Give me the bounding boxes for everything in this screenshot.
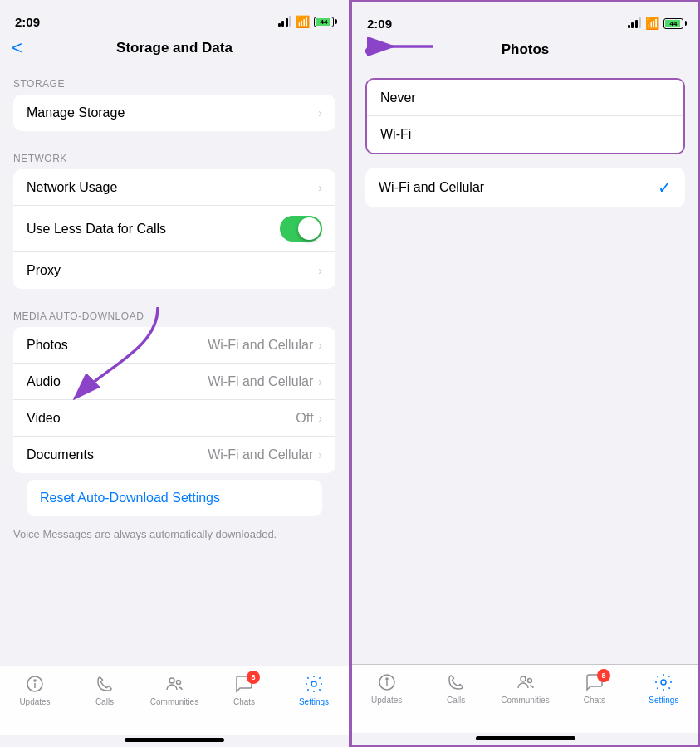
settings-icon-right: [653, 671, 674, 693]
video-value: Off: [296, 411, 313, 426]
toggle-knob: [298, 217, 321, 240]
home-indicator-left: [125, 738, 224, 742]
svg-point-13: [661, 680, 666, 685]
tab-label-settings-right: Settings: [649, 696, 678, 705]
tab-settings-left[interactable]: Settings: [279, 673, 349, 706]
tab-communities-left[interactable]: Communities: [140, 673, 209, 706]
tab-communities-right[interactable]: Communities: [491, 671, 560, 705]
tab-label-settings-left: Settings: [299, 697, 329, 706]
wifi-icon-right: 📶: [645, 17, 659, 30]
status-icons-left: 📶 44: [278, 15, 335, 28]
proxy-label: Proxy: [27, 263, 318, 278]
section-header-media: MEDIA AUTO-DOWNLOAD: [0, 295, 349, 327]
video-chevron: ›: [318, 412, 322, 425]
settings-icon-left: [303, 673, 325, 695]
use-less-data-row[interactable]: Use Less Data for Calls: [13, 206, 335, 252]
audio-chevron: ›: [318, 375, 322, 388]
tab-bar-left: Updates Calls Communities: [0, 666, 349, 735]
svg-point-4: [169, 678, 174, 683]
content-right: Never Wi-Fi Wi-Fi and Cellular ✓: [352, 65, 698, 664]
network-usage-label: Network Usage: [27, 180, 318, 195]
network-usage-chevron: ›: [318, 181, 322, 194]
documents-row[interactable]: Documents Wi-Fi and Cellular ›: [13, 437, 335, 473]
signal-icon-right: [628, 18, 642, 28]
status-icons-right: 📶 44: [628, 17, 684, 30]
option-wifi-row[interactable]: Wi-Fi: [367, 116, 683, 153]
documents-chevron: ›: [318, 448, 322, 461]
page-title-right: Photos: [502, 42, 550, 58]
chats-icon-left: 8: [233, 673, 255, 695]
updates-icon-right: [376, 671, 398, 693]
proxy-row[interactable]: Proxy ›: [13, 252, 335, 289]
status-time-left: 2:09: [15, 15, 40, 29]
documents-label: Documents: [27, 447, 208, 462]
audio-value: Wi-Fi and Cellular: [208, 374, 313, 389]
updates-icon-left: [24, 673, 46, 695]
svg-point-2: [34, 680, 36, 681]
content-left: STORAGE Manage Storage › NETWORK Network…: [0, 63, 349, 666]
communities-icon-left: [164, 673, 185, 695]
back-button-right[interactable]: ‹: [364, 37, 371, 63]
tab-updates-right[interactable]: Updates: [352, 671, 421, 705]
svg-point-12: [527, 679, 531, 683]
use-less-data-label: Use Less Data for Calls: [27, 222, 280, 237]
checkmark-icon: ✓: [658, 178, 672, 198]
network-usage-row[interactable]: Network Usage ›: [13, 169, 335, 206]
tab-chats-left[interactable]: 8 Chats: [209, 673, 279, 706]
tab-calls-left[interactable]: Calls: [70, 673, 140, 706]
svg-point-9: [386, 678, 388, 680]
tab-label-calls-right: Calls: [447, 696, 465, 705]
nav-header-right: ‹ Photos: [352, 38, 698, 65]
home-indicator-right: [476, 736, 575, 740]
chats-icon-right: 8: [584, 671, 605, 693]
reset-group: Reset Auto-Download Settings: [27, 480, 322, 516]
section-header-storage: STORAGE: [0, 63, 349, 95]
calls-icon-left: [94, 673, 115, 695]
tab-label-communities-left: Communities: [150, 697, 198, 706]
option-wifi-cellular-row[interactable]: Wi-Fi and Cellular ✓: [365, 168, 685, 208]
svg-point-6: [311, 681, 316, 686]
page-title-left: Storage and Data: [116, 40, 233, 56]
option-wifi-label: Wi-Fi: [380, 127, 670, 142]
tab-updates-left[interactable]: Updates: [0, 673, 70, 706]
left-phone-panel: 2:09 📶 44 < Storage and Data STORAGE Man…: [0, 0, 350, 747]
documents-value: Wi-Fi and Cellular: [208, 447, 313, 462]
photos-value: Wi-Fi and Cellular: [208, 338, 313, 353]
svg-point-5: [177, 681, 181, 685]
status-time-right: 2:09: [367, 17, 392, 31]
calls-icon-right: [445, 671, 467, 693]
tab-chats-right[interactable]: 8 Chats: [560, 671, 629, 705]
settings-group-storage: Manage Storage ›: [13, 95, 335, 131]
chats-badge-left: 8: [247, 671, 260, 684]
option-never-row[interactable]: Never: [367, 80, 683, 116]
photos-options-group: Never Wi-Fi: [365, 78, 685, 154]
tab-settings-right[interactable]: Settings: [629, 671, 698, 705]
reset-link-label: Reset Auto-Download Settings: [40, 491, 309, 505]
manage-storage-label: Manage Storage: [27, 105, 318, 120]
manage-storage-chevron: ›: [318, 106, 322, 120]
status-bar-left: 2:09 📶 44: [0, 0, 349, 37]
tab-label-chats-right: Chats: [584, 696, 605, 705]
proxy-chevron: ›: [318, 264, 322, 277]
settings-group-network: Network Usage › Use Less Data for Calls …: [13, 169, 335, 289]
nav-header-left: < Storage and Data: [0, 37, 349, 63]
section-header-network: NETWORK: [0, 138, 349, 169]
video-row[interactable]: Video Off ›: [13, 400, 335, 437]
wifi-icon-left: 📶: [296, 15, 310, 28]
tab-label-updates-right: Updates: [371, 696, 402, 705]
manage-storage-row[interactable]: Manage Storage ›: [13, 95, 335, 131]
reset-link-container: Reset Auto-Download Settings: [13, 480, 335, 516]
option-never-label: Never: [380, 90, 670, 105]
video-label: Video: [27, 411, 296, 426]
back-button-left[interactable]: <: [12, 37, 22, 59]
tab-label-updates-left: Updates: [19, 697, 50, 706]
status-bar-right: 2:09 📶 44: [352, 2, 698, 38]
photos-row[interactable]: Photos Wi-Fi and Cellular ›: [13, 327, 335, 364]
svg-point-11: [521, 676, 526, 681]
photos-label: Photos: [27, 338, 208, 353]
audio-row[interactable]: Audio Wi-Fi and Cellular ›: [13, 364, 335, 400]
reset-row[interactable]: Reset Auto-Download Settings: [27, 480, 322, 516]
photos-chevron: ›: [318, 339, 322, 352]
tab-calls-right[interactable]: Calls: [421, 671, 490, 705]
use-less-data-toggle[interactable]: [280, 216, 322, 242]
